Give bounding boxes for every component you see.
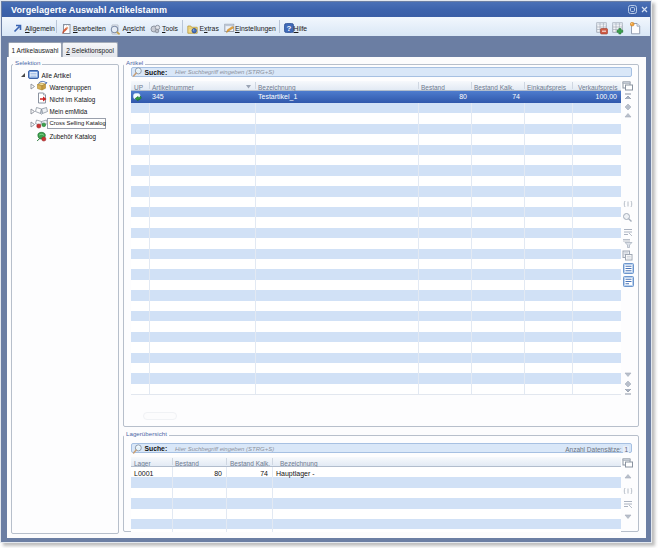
svg-text:?: ?	[286, 24, 291, 33]
